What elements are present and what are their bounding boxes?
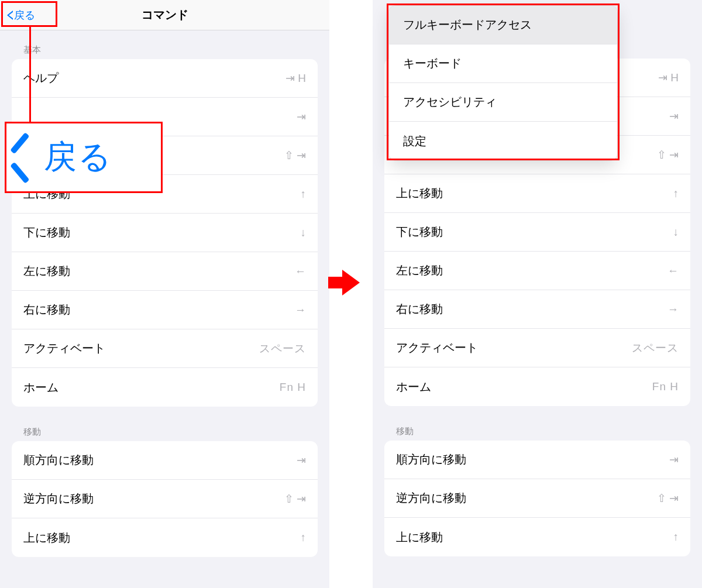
basic-group: ヘルプ⇥ H⇥⇧ ⇥上に移動↑下に移動↓左に移動←右に移動→アクティベートスペー… (12, 59, 318, 407)
chevron-left-icon (7, 11, 13, 20)
row-label: ヘルプ (23, 70, 58, 86)
row-label: 下に移動 (396, 224, 443, 240)
row-label: 逆方向に移動 (396, 490, 466, 506)
popover-item[interactable]: フルキーボードアクセス (389, 6, 617, 44)
row-label: 逆方向に移動 (23, 491, 94, 507)
basic-row[interactable]: 上に移動↑ (12, 175, 318, 214)
popover-item[interactable]: アクセシビリティ (389, 83, 617, 122)
move-row[interactable]: 上に移動↑ (12, 518, 318, 557)
basic-row[interactable]: ホームFn H (384, 367, 690, 406)
basic-row[interactable]: ヘルプ⇥ H (12, 59, 318, 98)
row-shortcut: ⇥ (669, 109, 679, 123)
row-label: 順方向に移動 (23, 452, 94, 468)
basic-row[interactable]: アクティベートスペース (12, 329, 318, 368)
basic-row[interactable]: 上に移動↑ (384, 174, 690, 213)
navbar: 戻る コマンド (0, 0, 329, 30)
page-title: コマンド (0, 7, 329, 23)
row-shortcut: ⇥ H (285, 71, 306, 85)
row-shortcut: ⇥ (297, 453, 306, 467)
row-shortcut: → (295, 304, 306, 317)
row-shortcut: ↑ (301, 188, 307, 201)
arrow-right-icon (342, 270, 360, 295)
row-shortcut: ↑ (673, 187, 679, 200)
row-label: 順方向に移動 (396, 452, 466, 467)
row-shortcut: → (667, 303, 679, 316)
popover-item[interactable]: キーボード (389, 44, 617, 83)
row-shortcut: ⇥ (297, 110, 306, 123)
basic-row[interactable]: 右に移動→ (384, 290, 690, 329)
move-row[interactable]: 逆方向に移動⇧ ⇥ (384, 479, 690, 518)
row-shortcut: ↑ (673, 531, 679, 544)
row-shortcut: ← (295, 265, 306, 278)
move-group: 順方向に移動⇥逆方向に移動⇧ ⇥上に移動↑ (384, 441, 690, 556)
basic-row[interactable]: 左に移動← (12, 252, 318, 291)
row-shortcut: ⇧ ⇥ (657, 148, 679, 161)
move-row[interactable]: 逆方向に移動⇧ ⇥ (12, 480, 318, 518)
section-header-move: 移動 (0, 412, 329, 441)
row-label: アクティベート (23, 341, 105, 356)
row-shortcut: ↑ (301, 531, 307, 544)
back-button-label: 戻る (14, 8, 35, 22)
row-label: 上に移動 (396, 185, 443, 201)
back-history-popover: フルキーボードアクセスキーボードアクセシビリティ設定 (389, 6, 617, 160)
row-shortcut: スペース (259, 341, 306, 356)
row-label: ホーム (396, 379, 431, 395)
row-shortcut: ⇧ ⇥ (284, 492, 306, 506)
row-label: 左に移動 (396, 263, 443, 278)
basic-row[interactable]: ⇧ ⇥ (12, 136, 318, 175)
row-label: 上に移動 (23, 530, 70, 546)
move-row[interactable]: 順方向に移動⇥ (12, 441, 318, 480)
basic-row[interactable]: アクティベートスペース (384, 329, 690, 367)
row-shortcut: Fn H (280, 381, 306, 394)
row-shortcut: Fn H (652, 380, 679, 393)
row-shortcut: ↓ (673, 226, 679, 239)
back-button[interactable]: 戻る (5, 7, 40, 23)
basic-row[interactable]: 下に移動↓ (384, 213, 690, 252)
move-row[interactable]: 上に移動↑ (384, 518, 690, 556)
transition-arrow-container (329, 0, 373, 588)
row-shortcut: ⇥ H (658, 71, 679, 84)
basic-row[interactable]: ホームFn H (12, 368, 318, 407)
popover-item[interactable]: 設定 (389, 122, 617, 160)
row-label: 左に移動 (23, 263, 70, 279)
row-label: 上に移動 (23, 186, 70, 202)
row-label: アクティベート (396, 340, 478, 356)
row-shortcut: ← (667, 264, 679, 277)
section-header-move: 移動 (373, 412, 702, 441)
row-shortcut: スペース (632, 341, 679, 356)
basic-row[interactable]: ⇥ (12, 98, 318, 136)
basic-row[interactable]: 左に移動← (384, 252, 690, 290)
row-label: 下に移動 (23, 225, 70, 240)
row-shortcut: ⇧ ⇥ (657, 491, 679, 505)
row-label: 右に移動 (23, 302, 70, 318)
basic-row[interactable]: 下に移動↓ (12, 214, 318, 252)
move-row[interactable]: 順方向に移動⇥ (384, 441, 690, 479)
left-pane: 戻る コマンド 戻る 基本 ヘルプ⇥ H⇥⇧ ⇥上に移動↑下に移動↓左に移動←右… (0, 0, 329, 588)
section-header-basic: 基本 (0, 30, 329, 59)
row-shortcut: ⇧ ⇥ (284, 149, 306, 162)
row-label: ホーム (23, 380, 58, 396)
row-label: 右に移動 (396, 301, 443, 317)
annotation-connector (29, 27, 31, 123)
right-pane: フルキーボードアクセスキーボードアクセシビリティ設定 ⇥ H⇥逆方向に移動⇧ ⇥… (373, 0, 702, 588)
move-group: 順方向に移動⇥逆方向に移動⇧ ⇥上に移動↑ (12, 441, 318, 557)
row-label: 上に移動 (396, 529, 443, 545)
basic-row[interactable]: 右に移動→ (12, 291, 318, 329)
row-shortcut: ↓ (301, 226, 307, 239)
row-shortcut: ⇥ (669, 453, 679, 466)
